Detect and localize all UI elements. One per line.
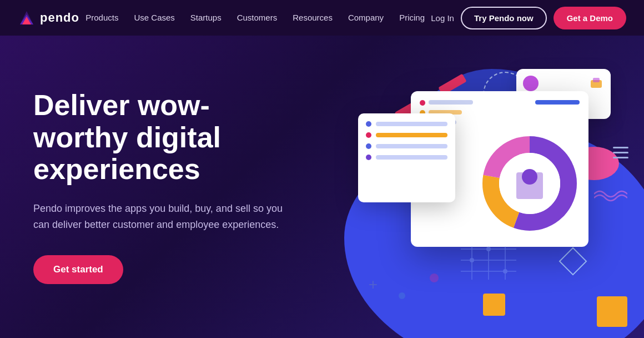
- deco-line-2: [613, 152, 628, 153]
- list-row-4: [366, 155, 447, 160]
- svg-point-21: [503, 269, 507, 274]
- nav-item-resources[interactable]: Resources: [293, 13, 333, 23]
- logo[interactable]: pendo: [18, 9, 79, 27]
- get-started-button[interactable]: Get started: [33, 255, 123, 284]
- svg-point-19: [470, 258, 474, 262]
- hero-illustration: + →: [266, 36, 644, 338]
- nav-item-company[interactable]: Company: [348, 13, 384, 23]
- hero-content: Deliver wow-worthy digital experiences P…: [33, 90, 300, 284]
- nav-item-pricing[interactable]: Pricing: [399, 13, 425, 23]
- nav-item-use-cases[interactable]: Use Cases: [134, 13, 174, 23]
- hero-section: Deliver wow-worthy digital experiences P…: [0, 36, 644, 338]
- list-row-2: [366, 132, 447, 138]
- hero-description: Pendo improves the apps you build, buy, …: [33, 201, 300, 233]
- list-bar-2: [376, 133, 447, 137]
- bubble-dot: [523, 76, 539, 91]
- deco-purple-wave-svg: [594, 186, 627, 202]
- svg-point-12: [522, 169, 537, 185]
- hero-title: Deliver wow-worthy digital experiences: [33, 90, 300, 185]
- deco-circuit-svg: [455, 243, 522, 288]
- nav-links: Products Use Cases Startups Customers Re…: [85, 13, 425, 23]
- get-demo-button[interactable]: Get a Demo: [554, 7, 626, 29]
- list-card: [358, 113, 455, 202]
- list-bar-1: [376, 122, 447, 126]
- list-row-1: [366, 121, 447, 127]
- deco-plus-icon: +: [369, 276, 378, 294]
- pendo-logo-icon: [18, 9, 36, 27]
- deco-purple-dot: [430, 274, 439, 282]
- deco-orange-rect-1: [597, 296, 627, 327]
- bubble-icon: [588, 76, 604, 91]
- svg-rect-4: [593, 78, 600, 82]
- svg-point-20: [486, 247, 491, 251]
- deco-line-3: [613, 157, 628, 158]
- nav-item-products[interactable]: Products: [85, 13, 118, 23]
- deco-line-1: [613, 147, 628, 148]
- try-pendo-button[interactable]: Try Pendo now: [461, 7, 547, 29]
- nav-item-startups[interactable]: Startups: [190, 13, 222, 23]
- donut-chart-svg: [480, 133, 580, 233]
- navbar: pendo Products Use Cases Startups Custom…: [0, 0, 644, 36]
- brand-name: pendo: [40, 11, 79, 25]
- login-link[interactable]: Log In: [431, 13, 454, 23]
- list-dot-1: [366, 121, 371, 127]
- list-dot-3: [366, 143, 371, 149]
- deco-orange-rect-2: [483, 294, 505, 316]
- card-bar-1: [429, 100, 473, 105]
- donut-chart: [480, 133, 580, 233]
- list-row-3: [366, 143, 447, 149]
- deco-hamburger-lines: [613, 147, 628, 158]
- nav-right: Log In Try Pendo now Get a Demo: [431, 7, 626, 29]
- list-bar-4: [376, 155, 447, 160]
- deco-blue-dot-1: [399, 292, 405, 299]
- list-dot-2: [366, 132, 371, 138]
- card-dot-red: [420, 100, 425, 106]
- nav-item-customers[interactable]: Customers: [237, 13, 278, 23]
- list-bar-3: [376, 144, 447, 148]
- list-dot-4: [366, 155, 371, 160]
- card-blue-bar: [535, 100, 580, 105]
